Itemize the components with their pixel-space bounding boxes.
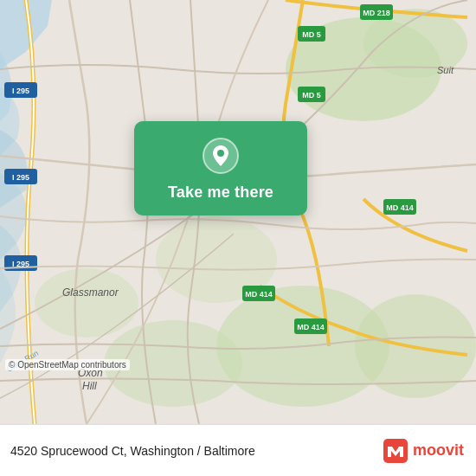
moovit-logo: moovit — [383, 439, 464, 463]
svg-text:MD 218: MD 218 — [363, 9, 390, 17]
take-me-there-button[interactable]: Take me there — [168, 183, 273, 202]
map-attribution: © OpenStreetMap contributors — [5, 359, 130, 370]
svg-text:Glassmanor: Glassmanor — [62, 286, 119, 299]
svg-text:I 295: I 295 — [12, 173, 29, 182]
moovit-m-icon — [383, 439, 408, 463]
svg-text:MD 5: MD 5 — [302, 91, 321, 100]
svg-point-32 — [217, 150, 224, 157]
svg-rect-33 — [383, 439, 408, 463]
address-text: 4520 Sprucewood Ct, Washington / Baltimo… — [10, 444, 255, 458]
svg-text:I 295: I 295 — [12, 87, 29, 95]
map-view: I 295 I 295 I 295 MD 5 MD 5 MD 218 MD 41… — [0, 0, 476, 424]
bottom-bar: 4520 Sprucewood Ct, Washington / Baltimo… — [0, 424, 476, 476]
svg-text:MD 5: MD 5 — [302, 30, 321, 39]
location-card: Take me there — [134, 121, 307, 215]
svg-text:MD 414: MD 414 — [245, 290, 273, 299]
svg-text:Suit: Suit — [437, 65, 454, 75]
svg-text:Hill: Hill — [82, 380, 97, 392]
location-pin-icon — [202, 137, 240, 175]
svg-text:MD 414: MD 414 — [386, 203, 414, 212]
svg-text:MD 414: MD 414 — [297, 323, 325, 331]
moovit-brand-label: moovit — [413, 441, 464, 460]
